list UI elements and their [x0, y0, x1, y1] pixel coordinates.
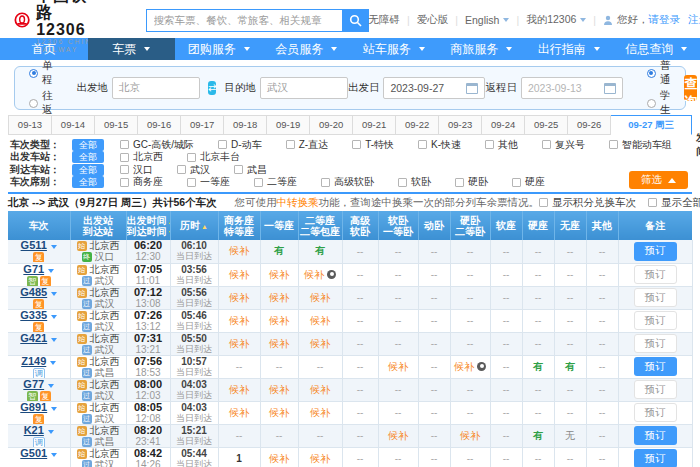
nav-item-商旅服务[interactable]: 商旅服务 — [438, 38, 526, 60]
expand-train-icon[interactable] — [48, 384, 54, 388]
col-header-其他[interactable]: 其他 — [586, 211, 618, 240]
date-tab[interactable]: 09-21 — [353, 115, 396, 135]
col-header-备注[interactable]: 备注 — [618, 211, 692, 240]
expand-train-icon[interactable] — [50, 361, 56, 365]
depart-date-input[interactable]: 2023-09-27 — [383, 77, 485, 99]
train-number-link[interactable]: G891 — [20, 402, 47, 413]
expand-train-icon[interactable] — [51, 292, 57, 296]
filter-option-智能动车组[interactable]: 智能动车组 — [609, 138, 672, 152]
date-tab[interactable]: 09-17 — [181, 115, 224, 135]
col-header-历时[interactable]: 历时▲ — [170, 211, 218, 240]
train-number-link[interactable]: G511 — [21, 240, 47, 251]
from-input[interactable]: 北京 — [112, 77, 200, 99]
date-tab-selected[interactable]: 09-27 周三 — [611, 115, 692, 135]
date-tab[interactable]: 09-25 — [525, 115, 568, 135]
search-button[interactable] — [342, 9, 369, 32]
filter-option-软卧[interactable]: 软卧 — [398, 175, 431, 189]
col-header-软卧[interactable]: 软卧一等卧 — [378, 211, 418, 240]
date-tab[interactable]: 09-19 — [267, 115, 310, 135]
show-bookable-trains-checkbox[interactable]: 显示全部可预订车次 — [648, 196, 700, 210]
nav-item-站车服务[interactable]: 站车服务 — [350, 38, 438, 60]
book-button[interactable]: 预订 — [634, 265, 677, 284]
col-header-出发时间[interactable]: 出发时间▲到达时间▼ — [126, 211, 170, 240]
col-header-无座[interactable]: 无座 — [554, 211, 586, 240]
expand-train-icon[interactable] — [51, 245, 57, 249]
filter-all-badge[interactable]: 全部 — [72, 164, 104, 176]
date-tab[interactable]: 09-13 — [8, 115, 52, 135]
expand-train-icon[interactable] — [48, 430, 54, 434]
passenger-normal-radio[interactable]: 普通 — [647, 59, 671, 87]
expand-train-icon[interactable] — [51, 338, 57, 342]
to-input[interactable]: 武汉 — [260, 77, 348, 99]
register-link[interactable]: 注册 — [688, 13, 700, 27]
date-tab[interactable]: 09-15 — [95, 115, 138, 135]
nav-item-信息查询[interactable]: 信息查询 — [613, 38, 700, 60]
book-button[interactable]: 预订 — [634, 311, 677, 330]
nav-item-车票[interactable]: 车票 — [88, 38, 176, 60]
expand-train-icon[interactable] — [51, 453, 57, 457]
date-tab[interactable]: 09-16 — [138, 115, 181, 135]
filter-all-badge[interactable]: 全部 — [72, 176, 104, 188]
book-button[interactable]: 预订 — [634, 403, 677, 422]
date-tab[interactable]: 09-24 — [482, 115, 525, 135]
sort-desc-icon[interactable]: ▼ — [168, 229, 170, 236]
nav-item-团购服务[interactable]: 团购服务 — [175, 38, 263, 60]
book-button[interactable]: 预订 — [634, 288, 677, 307]
col-header-二等座[interactable]: 二等座二等包座 — [298, 211, 342, 240]
top-link-我的12306[interactable]: 我的12306 — [526, 13, 586, 27]
top-link-English[interactable]: English — [465, 14, 509, 26]
query-button[interactable]: 查询 — [684, 75, 697, 101]
book-button[interactable]: 预订 — [634, 449, 677, 467]
nav-item-出行指南[interactable]: 出行指南 — [525, 38, 613, 60]
date-tab[interactable]: 09-14 — [52, 115, 95, 135]
expand-train-icon[interactable] — [51, 315, 57, 319]
col-header-一等座[interactable]: 一等座 — [260, 211, 298, 240]
filter-option-K-快速[interactable]: K-快速 — [418, 138, 461, 152]
col-header-硬卧[interactable]: 硬卧二等卧 — [450, 211, 490, 240]
sort-asc-icon[interactable]: ▲ — [201, 223, 208, 230]
col-header-硬座[interactable]: 硬座 — [522, 211, 554, 240]
filter-all-badge[interactable]: 全部 — [72, 139, 104, 151]
filter-option-复兴号[interactable]: 复兴号 — [542, 138, 585, 152]
sort-asc-icon[interactable]: ▲ — [168, 218, 170, 225]
trip-roundtrip-radio[interactable]: 往返 — [29, 89, 53, 117]
book-button[interactable]: 预订 — [634, 426, 677, 445]
expand-train-icon[interactable] — [51, 407, 57, 411]
train-number-link[interactable]: Z149 — [21, 356, 46, 367]
filter-option-商务座[interactable]: 商务座 — [120, 175, 163, 189]
col-header-动卧[interactable]: 动卧 — [418, 211, 450, 240]
filter-option-硬座[interactable]: 硬座 — [512, 175, 545, 189]
book-button[interactable]: 预订 — [634, 334, 677, 353]
swap-stations-icon[interactable]: ⇄ — [208, 81, 216, 95]
date-tab[interactable]: 09-23 — [439, 115, 482, 135]
filter-option-Z-直达[interactable]: Z-直达 — [286, 138, 328, 152]
filter-toggle-button[interactable]: 筛选 — [629, 171, 688, 189]
filter-all-badge[interactable]: 全部 — [72, 151, 104, 163]
col-header-商务座[interactable]: 商务座特等座 — [218, 211, 260, 240]
top-link-爱心版[interactable]: 爱心版 — [417, 13, 449, 27]
date-tab[interactable]: 09-18 — [224, 115, 267, 135]
transfer-link[interactable]: 中转换乘 — [277, 196, 319, 208]
date-tab[interactable]: 09-20 — [310, 115, 353, 135]
nav-item-会员服务[interactable]: 会员服务 — [263, 38, 351, 60]
date-tab[interactable]: 09-26 — [568, 115, 611, 135]
book-button[interactable]: 预订 — [634, 380, 677, 399]
train-number-link[interactable]: G71 — [23, 264, 44, 275]
book-button[interactable]: 预订 — [634, 357, 677, 376]
book-button[interactable]: 预订 — [634, 242, 677, 261]
train-number-link[interactable]: G421 — [20, 333, 47, 344]
filter-option-硬卧[interactable]: 硬卧 — [455, 175, 488, 189]
filter-option-其他[interactable]: 其他 — [485, 138, 518, 152]
trip-oneway-radio[interactable]: 单程 — [29, 59, 53, 87]
col-header-软座[interactable]: 软座 — [490, 211, 522, 240]
filter-option-高级软卧[interactable]: 高级软卧 — [321, 175, 374, 189]
col-header-出发站[interactable]: 出发站到达站 — [70, 211, 126, 240]
train-number-link[interactable]: K21 — [24, 425, 44, 436]
login-link[interactable]: 请登录 — [649, 13, 681, 27]
train-number-link[interactable]: G485 — [20, 287, 47, 298]
expand-train-icon[interactable] — [48, 269, 54, 273]
filter-option-一等座[interactable]: 一等座 — [187, 175, 230, 189]
top-link-无障碍[interactable]: 无障碍 — [369, 13, 401, 27]
col-header-高级[interactable]: 高级软卧 — [342, 211, 378, 240]
col-header-车次[interactable]: 车次 — [8, 211, 70, 240]
